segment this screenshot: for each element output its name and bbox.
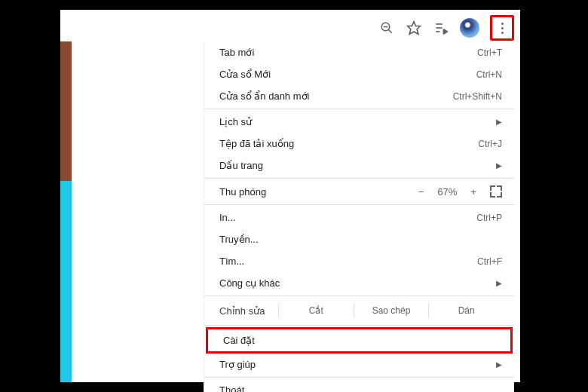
edit-cut-button[interactable]: Cắt <box>278 303 354 318</box>
menu-label: Truyền... <box>219 234 259 245</box>
menu-shortcut: Ctrl+J <box>478 139 502 149</box>
menu-label: Lịch sử <box>219 116 252 127</box>
menu-shortcut: Ctrl+P <box>476 213 502 223</box>
zoom-out-button[interactable]: − <box>418 186 424 198</box>
menu-item-bookmarks[interactable]: Dấu trang ▶ <box>204 155 514 176</box>
chevron-right-icon: ▶ <box>496 161 502 170</box>
menu-label: Thu phóng <box>219 186 266 198</box>
menu-item-new-window[interactable]: Cửa sổ Mới Ctrl+N <box>204 63 514 85</box>
menu-separator <box>204 296 514 296</box>
menu-separator <box>204 325 514 326</box>
zoom-value: 67% <box>437 186 457 198</box>
menu-item-settings[interactable]: Cài đặt <box>208 329 510 351</box>
menu-shortcut: Ctrl+N <box>476 69 502 80</box>
menu-label: Trợ giúp <box>219 359 256 370</box>
chevron-right-icon: ▶ <box>496 118 502 126</box>
menu-label: In... <box>219 212 236 223</box>
svg-line-1 <box>388 29 392 33</box>
menu-separator <box>204 377 514 378</box>
menu-separator <box>204 204 514 205</box>
menu-item-find[interactable]: Tìm... Ctrl+F <box>204 250 514 272</box>
menu-item-exit[interactable]: Thoát <box>204 379 514 392</box>
highlight-step-1 <box>490 15 514 41</box>
fullscreen-icon[interactable] <box>490 185 502 198</box>
star-icon[interactable] <box>406 20 422 36</box>
menu-label: Cửa sổ Mới <box>219 69 271 80</box>
menu-item-history[interactable]: Lịch sử ▶ <box>204 111 514 133</box>
zoom-out-icon[interactable] <box>378 20 395 36</box>
menu-label: Tìm... <box>219 256 244 267</box>
menu-label: Thoát <box>219 384 244 392</box>
menu-shortcut: Ctrl+F <box>477 256 502 267</box>
menu-label: Cửa sổ ẩn danh mới <box>219 90 309 102</box>
browser-toolbar <box>378 14 514 41</box>
chevron-right-icon: ▶ <box>496 279 502 287</box>
chrome-main-menu: Tab mới Ctrl+T Cửa sổ Mới Ctrl+N Cửa sổ … <box>204 41 514 392</box>
menu-item-incognito[interactable]: Cửa sổ ẩn danh mới Ctrl+Shift+N <box>204 85 514 107</box>
svg-marker-3 <box>408 22 421 35</box>
edit-copy-button[interactable]: Sao chép <box>354 303 429 318</box>
menu-item-help[interactable]: Trợ giúp ▶ <box>204 354 514 375</box>
menu-item-print[interactable]: In... Ctrl+P <box>204 207 514 228</box>
menu-label: Tệp đã tải xuống <box>219 138 294 149</box>
zoom-in-button[interactable]: + <box>470 186 476 198</box>
menu-label: Công cụ khác <box>219 277 280 289</box>
menu-item-more-tools[interactable]: Công cụ khác ▶ <box>204 272 514 294</box>
menu-item-zoom: Thu phóng − 67% + <box>204 180 514 203</box>
menu-item-cast[interactable]: Truyền... <box>204 228 514 250</box>
menu-item-downloads[interactable]: Tệp đã tải xuống Ctrl+J <box>204 133 514 155</box>
kebab-menu-icon[interactable] <box>497 20 507 35</box>
menu-shortcut: Ctrl+Shift+N <box>453 91 502 102</box>
menu-separator <box>204 109 514 109</box>
menu-label: Tab mới <box>219 47 254 58</box>
menu-label: Dấu trang <box>219 160 263 171</box>
background-strip-top <box>60 41 72 181</box>
chevron-right-icon: ▶ <box>496 360 502 369</box>
menu-item-new-tab[interactable]: Tab mới Ctrl+T <box>204 41 514 63</box>
edit-paste-button[interactable]: Dán <box>428 303 504 318</box>
menu-item-edit: Chỉnh sửa Cắt Sao chép Dán <box>204 298 514 323</box>
menu-label: Chỉnh sửa <box>219 305 278 317</box>
menu-separator <box>204 178 514 179</box>
highlight-settings: Cài đặt <box>206 327 513 354</box>
menu-label: Cài đặt <box>223 335 255 346</box>
menu-shortcut: Ctrl+T <box>477 47 502 58</box>
profile-avatar[interactable] <box>460 18 479 38</box>
media-control-icon[interactable] <box>433 20 449 36</box>
